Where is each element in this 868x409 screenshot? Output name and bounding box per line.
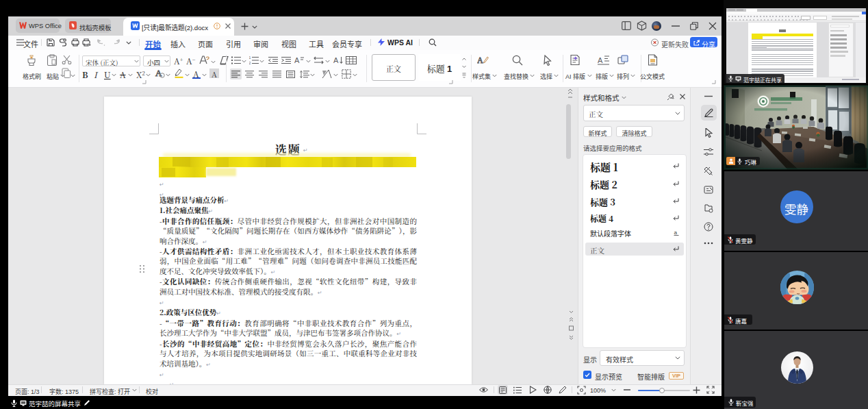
svg-text:2: 2 [249,61,251,64]
svg-text:A: A [598,56,603,64]
svg-text:a: a [674,230,678,236]
svg-text:A: A [477,55,483,65]
svg-text:A: A [155,68,162,78]
svg-text:1: 1 [249,56,251,60]
svg-text:A: A [294,56,300,64]
svg-text:A: A [333,56,339,64]
